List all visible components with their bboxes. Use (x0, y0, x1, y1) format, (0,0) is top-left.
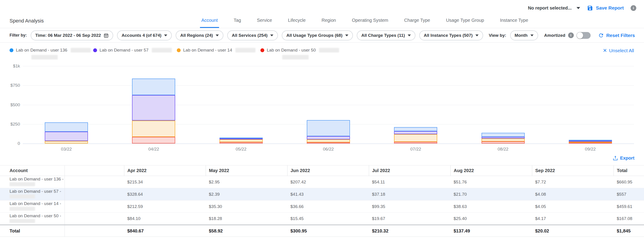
stacked-bar-08-22[interactable] (482, 133, 525, 143)
spacer-cell (64, 188, 124, 201)
reset-filters-button[interactable]: Reset Filters (598, 32, 635, 38)
bar-segment[interactable] (132, 79, 175, 95)
tab-account[interactable]: Account (200, 14, 219, 28)
filter-pill-label: All Charge Types (11) (361, 33, 405, 38)
table-row[interactable]: Lab on Demand - user 50 -$84.10$18.28$15… (0, 213, 644, 225)
account-column-header[interactable]: Account (0, 166, 64, 176)
column-header-sep-2022[interactable]: Sep 2022 (532, 166, 614, 176)
bar-segment[interactable] (482, 137, 525, 138)
legend-item-lab-on-demand-user-14[interactable]: Lab on Demand - user 14 (177, 48, 260, 53)
bar-segment[interactable] (132, 137, 175, 143)
bar-segment[interactable] (569, 143, 612, 143)
legend-dot-icon (93, 48, 97, 52)
spend-stacked-bar-chart: $1k$750$500$250003/2204/2205/2206/2207/2… (0, 62, 644, 153)
legend-item-lab-on-demand-user-57[interactable]: Lab on Demand - user 57 (93, 48, 177, 53)
page-title: Spend Analysis (10, 18, 44, 24)
bar-segment[interactable] (45, 122, 88, 132)
legend-dot-icon (177, 48, 181, 52)
filter-pill-accounts-4-of-674-[interactable]: Accounts 4 (of 674) (117, 30, 172, 40)
redacted-text (236, 48, 256, 52)
bar-segment[interactable] (307, 120, 350, 136)
tab-region[interactable]: Region (320, 14, 337, 28)
filter-pill-all-usage-type-groups-68-[interactable]: All Usage Type Groups (68) (282, 30, 353, 40)
value-cell: $4.08 (532, 188, 614, 201)
bar-segment[interactable] (307, 139, 350, 142)
bar-segment[interactable] (307, 142, 350, 143)
filter-pill-all-services-254-[interactable]: All Services (254) (227, 30, 278, 40)
bar-segment[interactable] (482, 138, 525, 141)
bar-segment[interactable] (394, 127, 437, 131)
info-icon[interactable]: i (568, 32, 574, 38)
bar-segment[interactable] (45, 141, 88, 143)
redacted-text (319, 48, 339, 52)
tab-charge-type[interactable]: Charge Type (403, 14, 432, 28)
bar-segment[interactable] (394, 131, 437, 134)
column-header-may-2022[interactable]: May 2022 (206, 166, 287, 176)
value-cell: $99.35 (369, 201, 450, 213)
value-cell: $37.18 (369, 188, 450, 201)
value-cell: $41.43 (287, 188, 369, 201)
bar-segment[interactable] (394, 134, 437, 142)
bar-segment[interactable] (482, 141, 525, 143)
bar-segment[interactable] (45, 132, 88, 141)
stacked-bar-05-22[interactable] (220, 138, 263, 143)
bar-segment[interactable] (220, 139, 263, 142)
gridline (23, 143, 634, 144)
stacked-bar-07-22[interactable] (394, 127, 437, 143)
value-cell: $660.95 (614, 176, 644, 188)
value-cell: $212.59 (124, 201, 206, 213)
save-report-button[interactable]: Save Report (587, 5, 624, 11)
chevron-down-icon (476, 34, 478, 36)
tab-service[interactable]: Service (256, 14, 274, 28)
tab-tag[interactable]: Tag (232, 14, 242, 28)
bar-segment[interactable] (220, 142, 263, 143)
calendar-icon (104, 33, 108, 38)
legend-item-lab-on-demand-user-50[interactable]: Lab on Demand - user 50 (260, 48, 344, 53)
bar-segment[interactable] (307, 136, 350, 139)
export-button[interactable]: Export (613, 155, 634, 161)
tab-instance-type[interactable]: Instance Type (498, 14, 530, 28)
filter-pill-all-instance-types-507-[interactable]: All Instance Types (507) (419, 30, 483, 40)
unselect-all-button[interactable]: ✕ Unselect All (603, 48, 634, 54)
column-header-apr-2022[interactable]: Apr 2022 (124, 166, 206, 176)
total-value-cell: $137.49 (450, 225, 532, 237)
value-cell: $2.39 (206, 188, 287, 201)
info-icon[interactable]: i (630, 5, 636, 11)
bar-segment[interactable] (394, 142, 437, 143)
stacked-bar-06-22[interactable] (307, 120, 350, 143)
view-by-dropdown[interactable]: Month (510, 30, 538, 40)
filter-pill-all-regions-24-[interactable]: All Regions (24) (176, 30, 224, 40)
time-range-pill[interactable]: Time: 06 Mar 2022 - 06 Sep 2022 (31, 30, 113, 40)
bar-segment[interactable] (132, 95, 175, 121)
tab-operating-system[interactable]: Operating System (350, 14, 390, 28)
value-cell: $35.30 (206, 201, 287, 213)
table-row[interactable]: Lab on Demand - user 136 -$215.34$2.95$2… (0, 176, 644, 188)
spacer-cell (64, 201, 124, 213)
chart-legend: Lab on Demand - user 136Lab on Demand - … (0, 43, 644, 62)
tab-usage-type-group[interactable]: Usage Type Group (445, 14, 486, 28)
column-header-jun-2022[interactable]: Jun 2022 (287, 166, 369, 176)
x-axis-tick-label: 07/22 (400, 147, 432, 152)
report-selector-dropdown[interactable]: No report selected... (528, 5, 580, 11)
amortized-toggle[interactable] (576, 32, 590, 39)
stacked-bar-09-22[interactable] (569, 140, 612, 143)
y-axis-tick-label: 0 (4, 141, 20, 146)
redacted-text (152, 48, 172, 52)
filter-pill-all-charge-types-11-[interactable]: All Charge Types (11) (357, 30, 416, 40)
stacked-bar-03-22[interactable] (45, 122, 88, 143)
table-row[interactable]: Lab on Demand - user 57 -$328.64$2.39$41… (0, 188, 644, 201)
table-row[interactable]: Lab on Demand - user 14 -$212.59$35.30$3… (0, 201, 644, 213)
column-header-aug-2022[interactable]: Aug 2022 (450, 166, 532, 176)
legend-dot-icon (260, 48, 264, 52)
bar-segment[interactable] (482, 133, 525, 137)
bar-segment[interactable] (132, 121, 175, 137)
tab-lifecycle[interactable]: Lifecycle (286, 14, 307, 28)
account-cell: Lab on Demand - user 57 - (0, 188, 64, 201)
chevron-down-icon (270, 34, 273, 36)
column-header-jul-2022[interactable]: Jul 2022 (369, 166, 450, 176)
legend-item-lab-on-demand-user-136[interactable]: Lab on Demand - user 136 (10, 48, 93, 53)
column-header-total[interactable]: Total (614, 166, 644, 176)
save-icon (587, 5, 593, 11)
legend-label: Lab on Demand - user 50 (267, 48, 316, 53)
stacked-bar-04-22[interactable] (132, 79, 175, 143)
